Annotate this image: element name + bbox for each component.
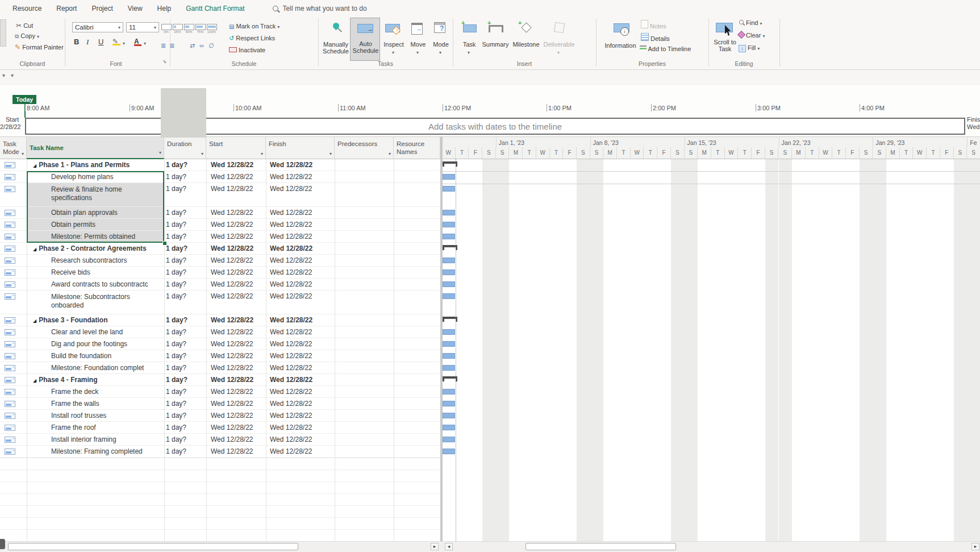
finish-cell[interactable]: Wed 12/28/22 <box>270 435 332 443</box>
start-cell[interactable]: Wed 12/28/22 <box>211 185 264 193</box>
duration-cell[interactable]: 1 day? <box>166 292 203 300</box>
task-row[interactable]: →Dig and pour the footings1 day?Wed 12/2… <box>0 338 440 350</box>
column-header-mode[interactable]: Task Mode▾ <box>0 137 27 159</box>
task-name-cell[interactable]: ◢Phase 2 - Contractor Agreements <box>33 244 163 254</box>
finish-cell[interactable]: Wed 12/28/22 <box>270 364 332 372</box>
task-name-cell[interactable]: Build the foundation <box>51 352 163 361</box>
task-row[interactable]: →Frame the roof1 day?Wed 12/28/22Wed 12/… <box>0 422 440 434</box>
selection-fill-handle[interactable] <box>162 241 167 246</box>
percent-0-button[interactable]: 0% <box>161 24 171 35</box>
task-name-cell[interactable]: Dig and pour the footings <box>51 340 163 349</box>
task-row[interactable]: →Research subcontractors1 day?Wed 12/28/… <box>0 255 440 267</box>
task-name-cell[interactable]: Milestone: Subcontractors onboarded <box>51 293 163 314</box>
duration-cell[interactable]: 1 day? <box>166 388 203 396</box>
details-button[interactable]: Details <box>641 33 670 42</box>
column-header-predecessors[interactable]: Predecessors▾ <box>335 137 394 159</box>
menu-item-resource[interactable]: Resource <box>5 0 49 17</box>
scroll-to-task-button[interactable]: Scroll to Task <box>711 18 739 60</box>
start-cell[interactable]: Wed 12/28/22 <box>211 400 264 408</box>
start-cell[interactable]: Wed 12/28/22 <box>211 268 264 276</box>
mark-on-track-button[interactable]: ▤ Mark on Track ▾ <box>229 23 280 30</box>
menu-item-help[interactable]: Help <box>150 0 179 17</box>
duration-cell[interactable]: 1 day? <box>166 376 203 384</box>
finish-cell[interactable]: Wed 12/28/22 <box>270 292 332 300</box>
gantt-scroll-left-button[interactable]: ◂ <box>445 543 453 550</box>
move-button[interactable]: → Move ▾ <box>407 18 429 60</box>
indent-outdent-icons[interactable]: ≣≣ <box>161 42 178 49</box>
column-header-finish[interactable]: Finish▾ <box>266 137 335 159</box>
task-row[interactable]: →◢Phase 1 - Plans and Permits1 day?Wed 1… <box>0 159 440 171</box>
start-cell[interactable]: Wed 12/28/22 <box>211 173 264 181</box>
start-cell[interactable]: Wed 12/28/22 <box>211 424 264 431</box>
duration-cell[interactable]: 1 day? <box>166 244 203 252</box>
bold-button[interactable]: B <box>74 38 79 46</box>
finish-cell[interactable]: Wed 12/28/22 <box>270 412 332 420</box>
finish-cell[interactable]: Wed 12/28/22 <box>270 256 332 264</box>
finish-cell[interactable]: Wed 12/28/22 <box>270 400 332 408</box>
mode-button[interactable]: ? Mode ▾ <box>429 18 452 60</box>
task-name-cell[interactable]: Frame the roof <box>51 424 163 433</box>
link-unlink-split-icons[interactable]: ⇄∞∅ <box>190 42 219 49</box>
task-row[interactable]: →Milestone: Subcontractors onboarded1 da… <box>0 290 440 314</box>
column-filter-icon[interactable]: ▾ <box>201 151 203 156</box>
task-name-cell[interactable]: ◢Phase 4 - Framing <box>33 376 163 385</box>
duration-cell[interactable]: 1 day? <box>166 316 203 324</box>
table-scroll-right-button[interactable]: ▸ <box>431 543 439 550</box>
start-cell[interactable]: Wed 12/28/22 <box>211 233 264 240</box>
font-color-dropdown-icon[interactable]: ▾ <box>144 41 146 46</box>
add-to-timeline-button[interactable]: Add to Timeline <box>640 45 691 52</box>
task-row[interactable]: →Install interior framing1 day?Wed 12/28… <box>0 434 440 446</box>
task-row[interactable]: →Receive bids1 day?Wed 12/28/22Wed 12/28… <box>0 267 440 279</box>
start-cell[interactable]: Wed 12/28/22 <box>211 244 264 252</box>
task-row[interactable]: →Milestone: Foundation complet1 day?Wed … <box>0 362 440 374</box>
task-row[interactable]: →◢Phase 3 - Foundation1 day?Wed 12/28/22… <box>0 314 440 326</box>
finish-cell[interactable]: Wed 12/28/22 <box>270 352 332 360</box>
percent-25-button[interactable]: 25% <box>173 24 182 35</box>
finish-cell[interactable]: Wed 12/28/22 <box>270 268 332 276</box>
duration-cell[interactable]: 1 day? <box>166 185 203 193</box>
summary-button[interactable]: + Summary <box>481 18 510 60</box>
start-cell[interactable]: Wed 12/28/22 <box>211 352 264 360</box>
task-row[interactable]: →Frame the walls1 day?Wed 12/28/22Wed 12… <box>0 398 440 410</box>
percent-75-button[interactable]: 75% <box>195 24 205 35</box>
task-row[interactable]: →Clear and level the land1 day?Wed 12/28… <box>0 326 440 338</box>
menu-item-report[interactable]: Report <box>49 0 84 17</box>
collapse-triangle-icon[interactable]: ◢ <box>33 378 36 383</box>
duration-cell[interactable]: 1 day? <box>166 435 203 443</box>
table-hscroll-thumb[interactable] <box>8 543 298 550</box>
duration-cell[interactable]: 1 day? <box>166 161 203 169</box>
task-name-cell[interactable]: Milestone: Framing completed <box>51 447 163 456</box>
task-name-cell[interactable]: Milestone: Foundation complet <box>51 364 163 373</box>
gantt-scroll-right-button[interactable]: ▸ <box>971 543 979 550</box>
duration-cell[interactable]: 1 day? <box>166 256 203 264</box>
column-header-duration[interactable]: Duration▾ <box>164 137 206 159</box>
task-name-cell[interactable]: Frame the walls <box>51 400 163 409</box>
task-button[interactable]: + Task ▾ <box>458 18 481 60</box>
duration-cell[interactable]: 1 day? <box>166 280 203 288</box>
manually-schedule-button[interactable]: Manually Schedule <box>322 18 350 60</box>
auto-schedule-button-selected[interactable]: → Auto Schedule <box>350 18 380 61</box>
start-cell[interactable]: Wed 12/28/22 <box>211 364 264 372</box>
menu-item-view[interactable]: View <box>120 0 150 17</box>
column-filter-icon[interactable]: ▾ <box>389 151 391 156</box>
information-button[interactable]: i Information <box>601 18 640 60</box>
duration-cell[interactable]: 1 day? <box>166 173 203 181</box>
task-name-cell[interactable]: Receive bids <box>51 268 163 277</box>
column-filter-icon[interactable]: ▾ <box>261 151 263 156</box>
start-cell[interactable]: Wed 12/28/22 <box>211 328 264 336</box>
duration-cell[interactable]: 1 day? <box>166 328 203 336</box>
pane-splitter[interactable] <box>440 136 443 552</box>
start-cell[interactable]: Wed 12/28/22 <box>211 161 264 169</box>
finish-cell[interactable]: Wed 12/28/22 <box>270 161 332 169</box>
finish-cell[interactable]: Wed 12/28/22 <box>270 233 332 240</box>
start-cell[interactable]: Wed 12/28/22 <box>211 316 264 324</box>
inspect-button[interactable]: ? Inspect ▾ <box>381 18 407 60</box>
start-cell[interactable]: Wed 12/28/22 <box>211 435 264 443</box>
task-row[interactable]: →Install roof trusses1 day?Wed 12/28/22W… <box>0 410 440 422</box>
duration-cell[interactable]: 1 day? <box>166 268 203 276</box>
task-row[interactable]: →Frame the deck1 day?Wed 12/28/22Wed 12/… <box>0 386 440 398</box>
find-button[interactable]: Find ▾ <box>739 19 762 26</box>
font-dialog-launcher-icon[interactable]: ⇘ <box>162 59 167 64</box>
finish-cell[interactable]: Wed 12/28/22 <box>270 447 332 455</box>
finish-cell[interactable]: Wed 12/28/22 <box>270 244 332 252</box>
